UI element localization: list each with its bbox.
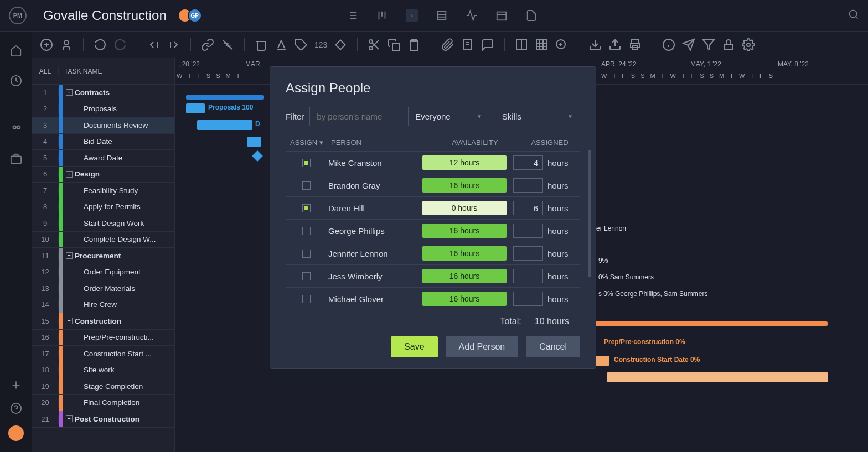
info-icon[interactable] [662,38,675,51]
lock-icon[interactable] [722,38,735,51]
task-row[interactable]: 4Bid Date [32,134,174,150]
zoom-icon[interactable] [555,38,568,51]
assigned-hours-input[interactable] [513,269,543,283]
assigned-hours-input[interactable] [513,246,543,261]
attachment-icon[interactable] [441,38,454,51]
assigned-hours-input[interactable] [513,224,543,238]
comment-icon[interactable] [481,38,494,51]
add-person-button[interactable]: Add Person [446,336,519,357]
collapse-icon[interactable]: − [66,252,73,259]
assign-checkbox[interactable] [302,295,311,303]
home-icon[interactable] [10,45,22,57]
gantt-bar[interactable] [607,372,828,382]
avatar-group[interactable]: GP [178,8,202,23]
search-icon[interactable] [848,9,859,22]
gantt-bar[interactable] [197,120,252,130]
note-icon[interactable] [461,38,474,51]
filter-icon[interactable] [702,38,715,51]
team-icon[interactable] [10,123,22,135]
assigned-hours-input[interactable] [513,155,543,170]
export-icon[interactable] [608,38,622,51]
save-button[interactable]: Save [391,336,437,357]
assigned-hours-input[interactable] [513,201,543,215]
cancel-button[interactable]: Cancel [526,336,580,357]
board-view-icon[interactable] [376,9,388,22]
task-row[interactable]: 10Complete Design W... [32,232,174,248]
task-row[interactable]: 21−Post Construction [32,411,174,428]
text-style-icon[interactable] [275,38,288,51]
import-icon[interactable] [588,38,602,51]
filter-scope-select[interactable]: Everyone ▼ [408,107,489,126]
send-icon[interactable] [682,38,695,51]
delete-icon[interactable] [255,38,268,51]
task-row[interactable]: 11−Procurement [32,248,174,264]
task-row[interactable]: 18Site work [32,362,174,379]
task-row[interactable]: 9Start Design Work [32,215,174,232]
col-assigned[interactable]: ASSIGNED [519,138,580,147]
assign-checkbox[interactable] [302,159,311,167]
toolbar-number[interactable]: 123 [314,40,327,49]
task-row[interactable]: 15−Construction [32,313,174,330]
gantt-bar[interactable] [595,356,609,366]
plus-icon[interactable] [10,379,22,391]
modal-scrollbar[interactable] [588,150,591,277]
calendar-icon[interactable] [495,9,508,22]
col-availability[interactable]: AVAILABILITY [431,138,519,147]
task-row[interactable]: 2Proposals [32,101,174,118]
gantt-bar[interactable] [186,103,205,113]
activity-icon[interactable] [466,9,478,22]
task-col-all[interactable]: ALL [32,67,59,75]
assign-icon[interactable] [60,38,73,51]
task-row[interactable]: 6−Design [32,167,174,183]
help-icon[interactable] [10,402,22,414]
task-row[interactable]: 3Documents Review [32,117,174,134]
list-view-icon[interactable] [346,9,358,22]
assigned-hours-input[interactable] [513,292,543,306]
indent-icon[interactable] [167,38,180,51]
assign-checkbox[interactable] [302,181,311,190]
gantt-view-icon[interactable] [406,9,418,22]
tag-icon[interactable] [294,38,308,51]
app-logo[interactable]: PM [9,7,27,24]
task-col-name[interactable]: TASK NAME [59,67,102,75]
milestone-diamond[interactable] [252,150,263,162]
recent-icon[interactable] [10,75,22,87]
cut-icon[interactable] [368,38,381,51]
columns-icon[interactable] [515,38,528,51]
diamond-icon[interactable] [334,38,347,51]
grid-icon[interactable] [535,38,548,51]
file-icon[interactable] [525,9,538,22]
col-assign[interactable]: ASSIGN ▾ [290,138,331,147]
user-avatar[interactable] [8,425,24,441]
unlink-icon[interactable] [221,38,234,51]
task-row[interactable]: 5Award Date [32,150,174,167]
gantt-bar[interactable] [186,95,264,100]
task-row[interactable]: 12Order Equipment [32,264,174,281]
assigned-hours-input[interactable] [513,178,543,193]
assign-checkbox[interactable] [302,204,311,212]
settings-icon[interactable] [742,38,755,51]
avatar-2[interactable]: GP [188,8,202,23]
task-row[interactable]: 13Order Materials [32,280,174,297]
add-icon[interactable] [40,38,53,51]
gantt-bar[interactable] [247,137,261,147]
collapse-icon[interactable]: − [66,415,73,422]
filter-input[interactable] [309,107,402,126]
assign-checkbox[interactable] [302,227,311,235]
task-row[interactable]: 17Construction Start ... [32,346,174,362]
task-row[interactable]: 16Prep/Pre-constructi... [32,330,174,346]
collapse-icon[interactable]: − [66,318,73,324]
link-icon[interactable] [201,38,214,51]
copy-icon[interactable] [388,38,401,51]
outdent-icon[interactable] [147,38,161,51]
collapse-icon[interactable]: − [66,171,73,178]
print-icon[interactable] [628,38,642,51]
collapse-icon[interactable]: − [66,89,73,96]
task-row[interactable]: 20Final Completion [32,395,174,412]
task-row[interactable]: 7Feasibility Study [32,183,174,199]
task-row[interactable]: 14Hire Crew [32,297,174,314]
briefcase-icon[interactable] [10,153,22,165]
gantt-bar[interactable] [595,321,828,326]
redo-icon[interactable] [113,38,127,51]
undo-icon[interactable] [94,38,107,51]
